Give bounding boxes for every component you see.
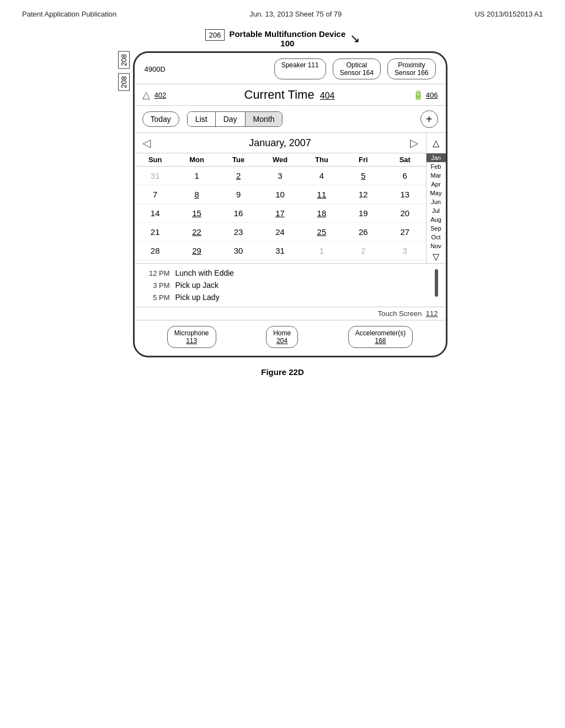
cal-day-w0d5[interactable]: 5 [343, 167, 384, 185]
cal-day-w2d0[interactable]: 14 [135, 204, 176, 223]
proximity-sensor-pill: Proximity Sensor 166 [387, 58, 435, 79]
cal-day-w0d0[interactable]: 31 [135, 167, 176, 185]
dow-cell-sun: Sun [135, 153, 176, 166]
prev-month-arrow[interactable]: ◁ [142, 136, 151, 149]
month-side-mar[interactable]: Mar [427, 171, 446, 180]
month-side-jan[interactable]: Jan [427, 153, 446, 162]
cal-day-w4d5[interactable]: 2 [343, 242, 384, 260]
add-button[interactable]: + [420, 110, 438, 128]
event-row-0[interactable]: 12 PMLunch with Eddie [142, 267, 431, 279]
side-label-208-bottom: 208 [118, 73, 130, 91]
view-tabs: List Day Month [187, 111, 283, 127]
home-button[interactable]: Home 204 [266, 326, 298, 348]
cal-day-w0d1[interactable]: 1 [176, 167, 217, 185]
microphone-button[interactable]: Microphone 113 [167, 326, 216, 348]
home-label-line2: 204 [273, 337, 291, 345]
today-button[interactable]: Today [142, 111, 179, 127]
event-name-1: Pick up Jack [175, 281, 219, 290]
cal-day-w2d2[interactable]: 16 [217, 204, 259, 223]
cal-day-w4d4[interactable]: 1 [301, 242, 342, 260]
cal-day-w1d1[interactable]: 8 [176, 185, 217, 204]
cal-day-w1d0[interactable]: 7 [135, 185, 176, 204]
device-title-line2: 100 [229, 39, 345, 48]
month-side-apr[interactable]: Apr [427, 180, 446, 189]
touchscreen-ref: 112 [426, 309, 438, 318]
cal-day-w1d5[interactable]: 12 [343, 185, 384, 204]
current-time-label: Current Time 404 [166, 88, 413, 102]
cal-day-w1d6[interactable]: 13 [384, 185, 425, 204]
cal-day-w3d3[interactable]: 24 [259, 223, 301, 242]
month-side-nov[interactable]: Nov [427, 242, 446, 250]
cal-day-w2d3[interactable]: 17 [259, 204, 301, 223]
home-label-line1: Home [273, 329, 291, 337]
next-month-arrow[interactable]: ▷ [410, 136, 418, 149]
cal-day-w0d6[interactable]: 6 [384, 167, 425, 185]
cal-day-w1d4[interactable]: 11 [301, 185, 342, 204]
month-sidebar-up-arrow[interactable]: △ [426, 133, 446, 153]
dow-cell-tue: Tue [217, 153, 259, 166]
dow-cell-sat: Sat [384, 153, 425, 166]
proximity-line2: Sensor 166 [395, 69, 428, 77]
cal-day-w0d4[interactable]: 4 [301, 167, 342, 185]
dow-cell-thu: Thu [301, 153, 342, 166]
signal-icon: △ [142, 89, 150, 101]
cal-day-w4d3[interactable]: 31 [259, 242, 301, 260]
bottom-bar: Microphone 113 Home 204 Accelerometer(s)… [135, 320, 446, 356]
cal-day-w4d2[interactable]: 30 [217, 242, 259, 260]
cal-day-w3d1[interactable]: 22 [176, 223, 217, 242]
touchscreen-label-area: Touch Screen 112 [135, 307, 446, 320]
cal-day-w4d1[interactable]: 29 [176, 242, 217, 260]
month-side-may[interactable]: May [427, 189, 446, 197]
dow-row: SunMonTueWedThuFriSat [135, 153, 426, 167]
cal-day-w3d6[interactable]: 27 [384, 223, 425, 242]
event-row-1[interactable]: 3 PMPick up Jack [142, 279, 431, 291]
current-time-ref: 404 [320, 91, 335, 100]
top-sensor-area: 4900D Speaker 111 Optical Sensor 164 Pro… [135, 53, 446, 84]
cal-day-w4d6[interactable]: 3 [384, 242, 425, 260]
cal-day-w4d0[interactable]: 28 [135, 242, 176, 260]
page-header: Patent Application Publication Jun. 13, … [0, 0, 565, 24]
tab-day[interactable]: Day [216, 112, 246, 126]
cal-day-w0d3[interactable]: 3 [259, 167, 301, 185]
scroll-bar[interactable] [435, 269, 438, 297]
dow-cell-wed: Wed [259, 153, 301, 166]
side-label-208-top: 208 [118, 51, 130, 69]
cal-day-w2d5[interactable]: 19 [343, 204, 384, 223]
month-side-jul[interactable]: Jul [427, 206, 446, 215]
month-sidebar-down-arrow[interactable]: ▽ [427, 250, 446, 263]
event-row-2[interactable]: 5 PMPick up Lady [142, 291, 431, 303]
optical-line1: Optical [347, 61, 367, 69]
cal-day-w0d2[interactable]: 2 [217, 167, 259, 185]
side-labels: 208 208 [118, 51, 130, 95]
tab-month[interactable]: Month [246, 112, 282, 126]
cal-day-w2d1[interactable]: 15 [176, 204, 217, 223]
cal-day-w1d3[interactable]: 10 [259, 185, 301, 204]
tab-list[interactable]: List [188, 112, 216, 126]
event-time-2: 5 PM [142, 293, 170, 302]
cal-day-w2d6[interactable]: 20 [384, 204, 425, 223]
cal-day-w3d5[interactable]: 26 [343, 223, 384, 242]
cal-day-w3d0[interactable]: 21 [135, 223, 176, 242]
status-bar: △ 402 Current Time 404 🔋 406 [135, 84, 446, 106]
status-right: 🔋 406 [413, 90, 438, 100]
month-side-feb[interactable]: Feb [427, 162, 446, 171]
cal-main: SunMonTueWedThuFriSat 311234567891011121… [135, 153, 426, 263]
event-name-2: Pick up Lady [175, 293, 220, 302]
status-ref-402: 402 [154, 91, 167, 99]
month-side-jun[interactable]: Jun [427, 197, 446, 206]
proximity-line1: Proximity [398, 61, 425, 69]
month-side-oct[interactable]: Oct [427, 233, 446, 242]
optical-sensor-pill: Optical Sensor 164 [333, 58, 381, 79]
month-side-aug[interactable]: Aug [427, 215, 446, 224]
sensor-group: Speaker 111 Optical Sensor 164 Proximity… [274, 58, 436, 79]
cal-day-w3d4[interactable]: 25 [301, 223, 342, 242]
device-frame: 4900D Speaker 111 Optical Sensor 164 Pro… [133, 51, 447, 357]
month-side-sep[interactable]: Sep [427, 224, 446, 233]
battery-icon: 🔋 [413, 90, 424, 100]
accelerometer-button[interactable]: Accelerometer(s) 168 [348, 326, 413, 348]
touchscreen-label: Touch Screen [378, 309, 422, 318]
status-left: △ 402 [142, 89, 167, 101]
cal-day-w2d4[interactable]: 18 [301, 204, 342, 223]
cal-day-w1d2[interactable]: 9 [217, 185, 259, 204]
cal-day-w3d2[interactable]: 23 [217, 223, 259, 242]
